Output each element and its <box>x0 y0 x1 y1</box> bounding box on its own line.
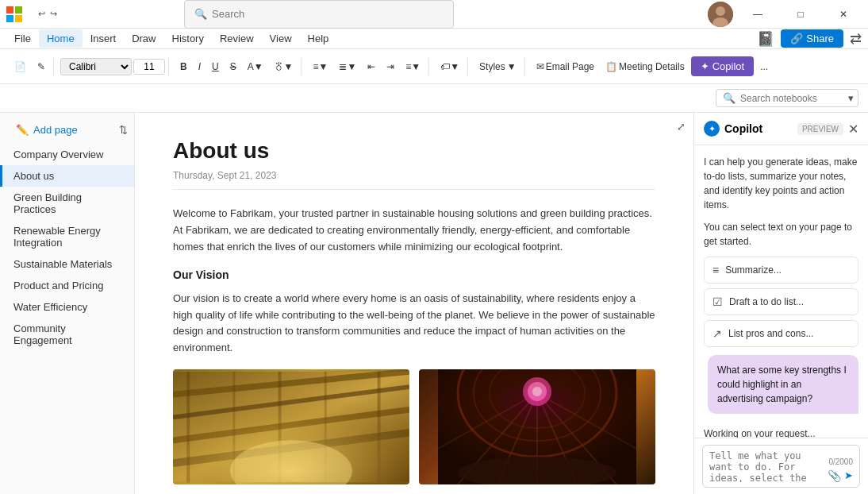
attach-button[interactable]: 📎 <box>828 469 841 482</box>
sidebar-top-row: ✏️ Add page ⇅ <box>0 119 134 141</box>
close-button[interactable]: ✕ <box>825 0 862 29</box>
pros-cons-icon: ↗ <box>712 327 722 340</box>
more-tools-button[interactable]: ... <box>755 58 773 75</box>
redo-btn[interactable]: ↪ <box>50 9 57 19</box>
undo-btn[interactable]: ↩ <box>38 9 45 19</box>
maximize-button[interactable]: □ <box>782 0 819 29</box>
italic-button[interactable]: I <box>194 58 205 75</box>
format-painter-btn[interactable]: ✎ <box>33 58 50 75</box>
copilot-intro-1: I can help you generate ideas, make to-d… <box>704 155 858 212</box>
copilot-input[interactable] <box>709 450 824 482</box>
sidebar-item-company-overview[interactable]: Company Overview <box>0 144 134 165</box>
tags-button[interactable]: 🏷▼ <box>436 58 464 75</box>
title-bar: ↩ ↪ 🔍 — □ ✕ <box>0 0 868 29</box>
svg-point-5 <box>716 6 725 16</box>
notebook-search-box[interactable]: 🔍 ▾ <box>716 89 858 107</box>
menu-insert[interactable]: Insert <box>83 29 125 48</box>
summarize-icon: ≡ <box>712 264 719 276</box>
svg-rect-3 <box>15 15 22 22</box>
strikethrough-button[interactable]: S <box>225 58 241 75</box>
toolbar-group-style: B I U S A▼ ⛣▼ <box>172 58 301 75</box>
sidebar-item-sustainable-materials[interactable]: Sustainable Materials <box>0 253 134 275</box>
email-page-button[interactable]: ✉ Email Page <box>532 58 599 75</box>
notebook-search-input[interactable] <box>740 93 843 104</box>
copilot-button[interactable]: ✦ Copilot <box>691 56 754 76</box>
meeting-details-button[interactable]: 📋 Meeting Details <box>601 58 689 75</box>
highlight-button[interactable]: ⛣▼ <box>270 58 298 75</box>
sort-button[interactable]: ⇅ <box>119 124 128 136</box>
sidebar-item-green-building[interactable]: Green Building Practices <box>0 187 134 220</box>
notebook-view-btn[interactable]: 📄 <box>10 58 31 75</box>
font-size-input[interactable] <box>133 59 165 75</box>
copilot-header-icon: ✦ <box>704 121 720 137</box>
share-icon: 🔗 <box>790 33 803 44</box>
vision-paragraph: Our vision is to create a world where ev… <box>173 291 655 357</box>
svg-rect-2 <box>6 15 13 22</box>
indent-button[interactable]: ⇥ <box>382 58 399 75</box>
title-search-input[interactable] <box>212 8 444 20</box>
align-button[interactable]: ≡▼ <box>401 58 425 75</box>
menu-file[interactable]: File <box>6 29 39 48</box>
share-button[interactable]: 🔗 Share <box>781 29 843 48</box>
sidebar-item-about-us[interactable]: About us <box>0 165 134 187</box>
preview-badge: PREVIEW <box>797 123 843 135</box>
app-logo <box>6 6 32 22</box>
toolbar-group-styles: Styles ▼ <box>471 58 525 75</box>
search-icon: 🔍 <box>723 92 735 104</box>
todo-icon: ☑ <box>712 295 723 308</box>
dropdown-icon[interactable]: ▾ <box>848 92 854 104</box>
action-pros-cons[interactable]: ↗ List pros and cons... <box>704 320 858 347</box>
svg-rect-1 <box>15 6 22 14</box>
numbered-list-button[interactable]: ≣▼ <box>334 58 361 75</box>
add-page-button[interactable]: ✏️ Add page <box>6 119 87 141</box>
title-search-box[interactable]: 🔍 <box>184 0 454 29</box>
menu-home[interactable]: Home <box>39 29 83 48</box>
copilot-body: I can help you generate ideas, make to-d… <box>694 145 868 438</box>
action-summarize[interactable]: ≡ Summarize... <box>704 257 858 284</box>
copilot-input-area: 0/2000 📎 ➤ <box>702 445 860 488</box>
sidebar-item-water-efficiency[interactable]: Water Efficiency <box>0 296 134 318</box>
sidebar-item-community-engagement[interactable]: Community Engagement <box>0 318 134 351</box>
top-bar: 🔍 ▾ <box>0 84 868 113</box>
user-chat-bubble: What are some key strengths I could high… <box>708 355 858 414</box>
sidebar-item-product-pricing[interactable]: Product and Pricing <box>0 275 134 296</box>
expand-panel-icon[interactable]: ⇄ <box>850 30 862 48</box>
copilot-close-button[interactable]: ✕ <box>848 122 858 137</box>
minimize-button[interactable]: — <box>739 0 776 29</box>
char-count: 0/2000 <box>828 457 853 466</box>
toolbar-group-para: ≡▼ ≣▼ ⇤ ⇥ ≡▼ <box>305 58 429 75</box>
sidebar-item-renewable-energy[interactable]: Renewable Energy Integration <box>0 220 134 253</box>
action-todo[interactable]: ☑ Draft a to do list... <box>704 288 858 315</box>
working-section: Working on your request... <box>704 422 858 438</box>
notebook-icon[interactable]: 📓 <box>757 30 774 48</box>
sidebar-nav: Company Overview About us Green Building… <box>0 144 134 351</box>
expand-button[interactable]: ⤢ <box>677 121 686 133</box>
content-area: ⤢ About us Thursday, Sept 21, 2023 Welco… <box>135 113 693 494</box>
toolbar-group-actions: ✉ Email Page 📋 Meeting Details ✦ Copilot… <box>528 56 777 76</box>
bold-button[interactable]: B <box>175 58 192 75</box>
styles-label: Styles <box>479 61 505 72</box>
font-color-button[interactable]: A▼ <box>243 58 268 75</box>
menu-bar: File Home Insert Draw History Review Vie… <box>0 29 868 49</box>
menu-history[interactable]: History <box>164 29 212 48</box>
send-button[interactable]: ➤ <box>844 469 853 482</box>
page-date: Thursday, Sept 21, 2023 <box>173 170 655 190</box>
bullet-list-button[interactable]: ≡▼ <box>308 58 332 75</box>
copilot-footer: 0/2000 📎 ➤ <box>694 438 868 494</box>
add-icon: ✏️ <box>16 124 29 136</box>
copilot-panel: ✦ Copilot PREVIEW ✕ I can help you gener… <box>693 113 868 494</box>
copilot-header: ✦ Copilot PREVIEW ✕ <box>694 113 868 145</box>
underline-button[interactable]: U <box>207 58 224 75</box>
font-name-select[interactable]: Calibri <box>60 58 132 75</box>
styles-button[interactable]: Styles ▼ <box>474 58 521 75</box>
menu-view[interactable]: View <box>262 29 300 48</box>
svg-rect-0 <box>6 6 13 14</box>
outdent-button[interactable]: ⇤ <box>363 58 380 75</box>
menu-draw[interactable]: Draw <box>124 29 163 48</box>
image-wood-interior <box>173 369 409 484</box>
toolbar-group-font: Calibri <box>57 58 169 75</box>
menu-help[interactable]: Help <box>300 29 337 48</box>
content-body: Welcome to Fabrikam, your trusted partne… <box>173 206 655 494</box>
menu-review[interactable]: Review <box>212 29 262 48</box>
user-avatar[interactable] <box>708 2 733 27</box>
